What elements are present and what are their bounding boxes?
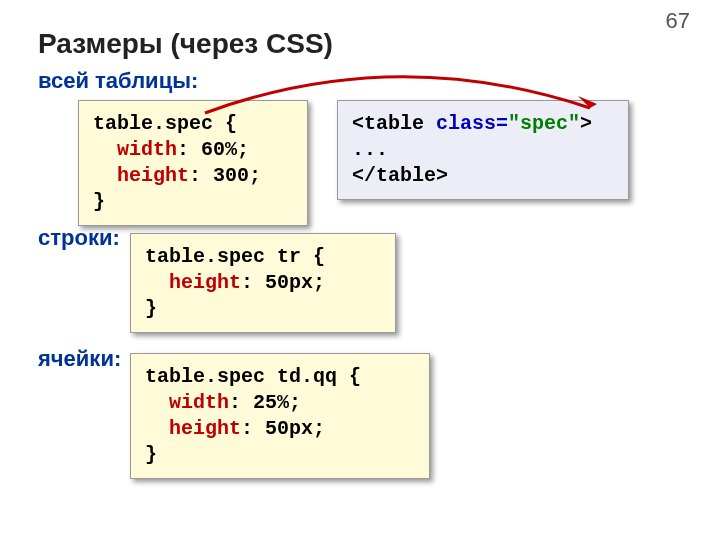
code-line <box>145 417 169 440</box>
code-table-html: <table class="spec"> ... </table> <box>337 100 629 200</box>
code-line <box>145 271 169 294</box>
code-row-css: table.spec tr { height: 50px; } <box>130 233 396 333</box>
code-line: : 300; <box>189 164 261 187</box>
html-attribute: class= <box>436 112 508 135</box>
label-table: всей таблицы: <box>38 68 198 94</box>
code-line: : 25%; <box>229 391 301 414</box>
html-value: "spec" <box>508 112 580 135</box>
code-line: } <box>145 297 157 320</box>
code-line: > <box>580 112 592 135</box>
code-line: <table <box>352 112 436 135</box>
label-row: строки: <box>38 225 120 251</box>
css-property: height <box>117 164 189 187</box>
code-line: table.spec td.qq { <box>145 365 361 388</box>
code-line: : 60%; <box>177 138 249 161</box>
code-line: table.spec { <box>93 112 237 135</box>
css-property: height <box>169 417 241 440</box>
code-line: } <box>145 443 157 466</box>
code-line: } <box>93 190 105 213</box>
label-cell: ячейки: <box>38 346 121 372</box>
code-table-css: table.spec { width: 60%; height: 300; } <box>78 100 308 226</box>
code-line <box>93 138 117 161</box>
page-number: 67 <box>666 8 690 34</box>
code-cell-css: table.spec td.qq { width: 25%; height: 5… <box>130 353 430 479</box>
code-line: </table> <box>352 164 448 187</box>
code-line: : 50px; <box>241 271 325 294</box>
code-line <box>145 391 169 414</box>
css-property: width <box>117 138 177 161</box>
code-line: table.spec tr { <box>145 245 325 268</box>
page-title: Размеры (через CSS) <box>38 28 333 60</box>
code-line: : 50px; <box>241 417 325 440</box>
code-line: ... <box>352 138 388 161</box>
code-line <box>93 164 117 187</box>
css-property: width <box>169 391 229 414</box>
css-property: height <box>169 271 241 294</box>
